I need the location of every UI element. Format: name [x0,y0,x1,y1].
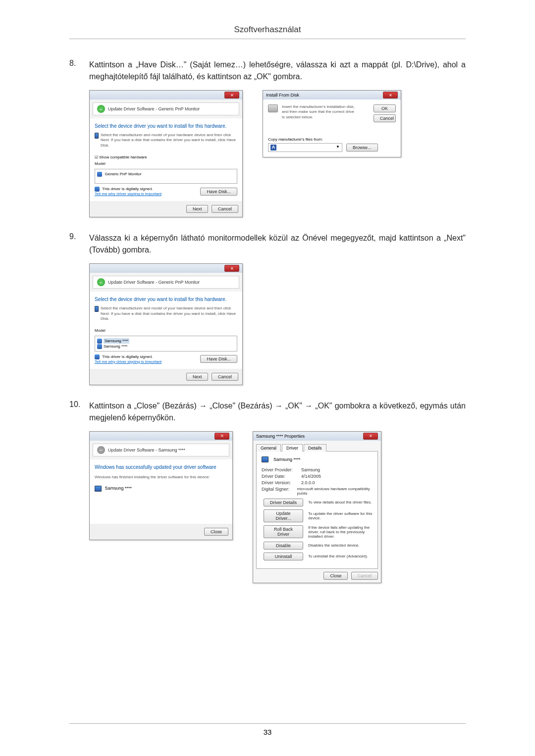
tab-details[interactable]: Details [304,444,326,452]
page-number: 33 [69,723,466,736]
next-button[interactable]: Next [186,205,209,213]
next-button[interactable]: Next [186,373,209,381]
monitor-icon [95,133,99,139]
shield-icon [97,344,102,349]
close-button[interactable]: Close [323,572,348,580]
cancel-button[interactable]: Cancel [212,205,238,213]
rollback-button[interactable]: Roll Back Driver [264,525,303,538]
copy-label: Copy manufacturer's files from: [268,137,396,142]
tab-driver[interactable]: Driver [282,444,303,452]
dialog-heading: Select the device driver you want to ins… [95,297,237,302]
shield-icon [95,354,100,359]
monitor-icon [95,306,99,312]
model-item: Generic PnP Monitor [105,172,142,176]
provider-label: Driver Provider: [262,467,301,472]
dialog-titlebar: Install From Disk ✕ [263,91,401,100]
breadcrumb: ← Update Driver Software - Samsung **** [93,444,229,456]
close-icon[interactable]: ✕ [363,433,378,440]
dialog-titlebar: ✕ [90,432,232,441]
have-disk-button[interactable]: Have Disk... [200,355,237,363]
model-label: Model [95,161,237,166]
model-label: Model [95,328,237,333]
provider-value: Samsung [301,467,320,472]
cancel-button: Cancel [351,572,378,580]
breadcrumb-text: Update Driver Software - Samsung **** [108,448,185,453]
close-icon[interactable]: ✕ [224,92,239,99]
model-list[interactable]: Samsung **** Samsung **** [95,336,237,351]
shield-icon [97,172,102,177]
step-8: 8. Kattintson a „Have Disk…" (Saját leme… [69,59,466,83]
step-text: Kattintson a „Have Disk…" (Saját lemez…)… [89,59,466,83]
step-text: Kattintson a „Close" (Bezárás) → „Close"… [89,400,466,424]
checkbox-label: Show compatible hardware [99,155,147,159]
version-label: Driver Version: [262,480,301,485]
step-text: Válassza ki a képernyőn látható monitorm… [89,232,466,256]
signer-label: Digital Signer: [262,487,297,496]
disable-button[interactable]: Disable [264,542,303,550]
shield-icon [97,339,102,344]
properties-dialog: Samsung **** Properties ✕ General Driver… [253,431,381,583]
signer-value: microsoft windows hardware compatibility… [297,487,373,496]
action-desc: Disables the selected device. [308,543,360,548]
driver-details-button[interactable]: Driver Details [264,499,303,506]
monitor-icon [262,456,268,462]
drive-icon: A [270,145,276,151]
path-dropdown[interactable]: A ▼ [268,143,342,152]
browse-button[interactable]: Browse... [346,144,378,151]
uninstall-button[interactable]: Uninstall [264,553,303,560]
signed-text: This driver is digitally signed. [102,187,153,191]
tab-general[interactable]: General [256,444,281,452]
signed-text: This driver is digitally signed. [102,354,153,359]
back-icon[interactable]: ← [97,105,105,113]
instruction-text: Insert the manufacturer's installation d… [282,104,356,122]
breadcrumb: ← Update Driver Software - Generic PnP M… [93,102,239,115]
install-from-disk-dialog: Install From Disk ✕ Insert the manufactu… [263,90,401,157]
breadcrumb-text: Update Driver Software - Generic PnP Mon… [108,106,200,111]
tab-row: General Driver Details [256,444,378,452]
success-heading: Windows has successfully updated your dr… [95,464,227,470]
device-name: Samsung **** [105,486,132,491]
device-name: Samsung **** [273,457,301,462]
select-model-dialog: ✕ ← Update Driver Software - Generic PnP… [89,263,243,385]
dialog-heading: Select the device driver you want to ins… [95,123,237,129]
step-number: 10. [69,400,89,424]
version-value: 2.0.0.0 [301,480,315,485]
model-item[interactable]: Samsung **** [104,338,129,344]
action-desc: To update the driver software for this d… [308,511,373,520]
instruction-text: Select the manufacturer and model of you… [101,306,237,321]
close-icon[interactable]: ✕ [214,433,229,440]
cancel-button[interactable]: Cancel [212,373,238,381]
step-number: 9. [69,232,89,256]
date-value: 4/14/2005 [301,474,321,479]
back-icon[interactable]: ← [97,278,105,286]
model-list[interactable]: Generic PnP Monitor [95,169,237,184]
cancel-button[interactable]: Cancel [374,114,396,122]
breadcrumb-text: Update Driver Software - Generic PnP Mon… [108,280,200,285]
ok-button[interactable]: OK [374,104,396,112]
action-desc: To view details about the driver files. [308,500,372,504]
success-dialog: ✕ ← Update Driver Software - Samsung ***… [89,431,233,540]
date-label: Driver Date: [262,474,301,479]
page-header: Szoftverhasználat [69,25,466,39]
close-icon[interactable]: ✕ [383,92,398,99]
instruction-text: Windows has finished installing the driv… [95,475,227,480]
checkbox-show-compatible[interactable]: ☑ [95,155,98,159]
dialog-titlebar: Samsung **** Properties ✕ [253,432,381,441]
signing-link[interactable]: Tell me why driver signing is important [95,359,161,364]
step-number: 8. [69,59,89,83]
back-icon: ← [97,446,105,454]
update-driver-button[interactable]: Update Driver... [264,509,303,522]
close-button[interactable]: Close [204,528,228,536]
monitor-icon [95,486,102,492]
action-desc: If the device fails after updating the d… [308,525,373,539]
close-icon[interactable]: ✕ [224,265,239,272]
model-item[interactable]: Samsung **** [104,344,127,349]
update-driver-dialog: ✕ ← Update Driver Software - Generic PnP… [89,90,243,217]
dialog-titlebar: ✕ [90,91,242,100]
action-desc: To uninstall the driver (Advanced). [308,554,368,558]
dialog-title-text: Samsung **** Properties [256,434,305,439]
step-9: 9. Válassza ki a képernyőn látható monit… [69,232,466,256]
have-disk-button[interactable]: Have Disk... [200,188,237,196]
instruction-text: Select the manufacturer and model of you… [101,133,237,148]
signing-link[interactable]: Tell me why driver signing is important [95,192,161,196]
